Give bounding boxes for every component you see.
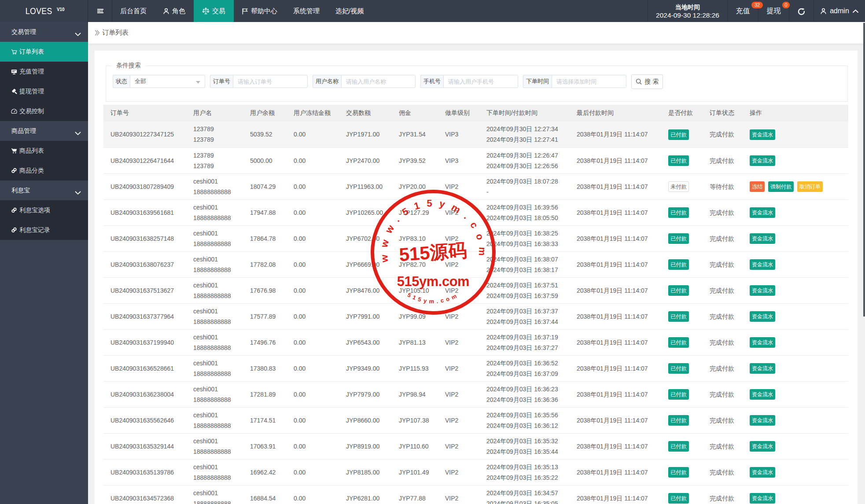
topnav-item-label: 帮助中心 — [251, 7, 277, 15]
withdraw-button[interactable]: 提现 0 — [758, 0, 789, 22]
sidebar-item-商品分类[interactable]: 商品分类 — [0, 161, 88, 180]
order-time: 2024年09月03日 16:34:57 — [486, 488, 570, 498]
cell-status: 完成付款 — [703, 459, 743, 485]
breadcrumb-title: 订单列表 — [102, 29, 129, 37]
cell-user: 123789123789 — [186, 121, 243, 147]
topnav-item-1[interactable]: 后台首页 — [112, 0, 155, 22]
order-no-input[interactable] — [238, 78, 303, 85]
action-button-资金流水[interactable]: 资金流水 — [750, 155, 775, 166]
sidebar-item-利息宝选项[interactable]: 利息宝选项 — [0, 200, 88, 220]
action-button-资金流水[interactable]: 资金流水 — [750, 337, 775, 348]
cell-order-no: UB2409031637513627 — [103, 277, 186, 303]
sidebar-group-label: 利息宝 — [11, 187, 30, 195]
table-row: UB24093012264716441237891237895000.000.0… — [103, 147, 848, 173]
pay-time: 2024年09月03日 16:35:44 — [486, 446, 570, 457]
user-phone: 18888888888 — [193, 239, 243, 249]
paid-badge: 已付款 — [668, 415, 689, 426]
paid-badge: 已付款 — [668, 233, 689, 244]
sidebar-group-3[interactable]: 利息宝 — [0, 180, 88, 200]
recharge-button[interactable]: 充值 32 — [727, 0, 758, 22]
sidebar-item-充值管理[interactable]: 充值管理 — [0, 62, 88, 81]
search-button[interactable]: 搜 索 — [631, 74, 663, 89]
cell-user: ceshi00118888888888 — [186, 433, 243, 459]
sidebar-item-商品列表[interactable]: 商品列表 — [0, 141, 88, 161]
sidebar-item-订单列表[interactable]: 订单列表 — [0, 42, 88, 62]
action-button-资金流水[interactable]: 资金流水 — [750, 311, 775, 322]
cell-paid: 已付款 — [661, 121, 703, 147]
cell-paid: 已付款 — [661, 407, 703, 433]
status-select[interactable]: 全部 — [130, 75, 205, 88]
page-scrollbar[interactable] — [863, 22, 865, 504]
topnav-item-5[interactable]: 系统管理 — [285, 0, 328, 22]
cell-paid: 已付款 — [661, 225, 703, 251]
cart-icon — [11, 48, 17, 55]
user-name: ceshi001 — [193, 306, 243, 316]
cell-balance: 17782.08 — [243, 251, 287, 277]
topnav-item-4[interactable]: 帮助中心 — [234, 0, 285, 22]
menu-fold-icon — [97, 7, 104, 15]
action-button-资金流水[interactable]: 资金流水 — [750, 363, 775, 374]
cell-times: 2024年09月03日 16:38:252024年09月03日 16:38:33 — [479, 225, 570, 251]
cell-commission: JYP99.09 — [392, 303, 438, 329]
action-button-资金流水[interactable]: 资金流水 — [750, 415, 775, 426]
sidebar-group-1[interactable]: 交易管理 — [0, 22, 88, 42]
order-time: 2024年09月03日 16:35:32 — [486, 436, 570, 446]
sidebar-item-提现管理[interactable]: 提现管理 — [0, 81, 88, 101]
cell-frozen: 0.00 — [287, 329, 339, 355]
cell-paid: 未付款 — [661, 173, 703, 199]
topnav-item-2[interactable]: 角色 — [155, 0, 194, 22]
topbar-right: 当地时间 2024-09-30 12:28:26 充值 32 提现 0 admi… — [648, 0, 865, 22]
cell-order-no: UB2409031635139786 — [103, 459, 186, 485]
column-header: 用户余额 — [243, 105, 287, 121]
admin-menu[interactable]: admin — [813, 0, 865, 22]
action-button-资金流水[interactable]: 资金流水 — [750, 285, 775, 296]
cell-balance: 17676.98 — [243, 277, 287, 303]
sidebar-item-利息宝记录[interactable]: 利息宝记录 — [0, 220, 88, 240]
action-button-资金流水[interactable]: 资金流水 — [750, 493, 775, 504]
cell-level: VIP2 — [438, 251, 479, 277]
action-button-资金流水[interactable]: 资金流水 — [750, 441, 775, 452]
action-button-资金流水[interactable]: 资金流水 — [750, 233, 775, 244]
pay-time: 2024年09月03日 16:38:17 — [486, 265, 570, 275]
phone-input[interactable] — [448, 78, 513, 85]
action-button-资金流水[interactable]: 资金流水 — [750, 129, 775, 140]
cell-level: VIP3 — [438, 147, 479, 173]
cell-times: 2024年09月03日 16:37:372024年09月03日 16:37:44 — [479, 303, 570, 329]
scrollbar-thumb[interactable] — [863, 23, 865, 316]
cell-level: VIP2 — [438, 329, 479, 355]
admin-name: admin — [830, 7, 849, 15]
action-button-资金流水[interactable]: 资金流水 — [750, 389, 775, 400]
cell-order-no: UB2409031638257148 — [103, 225, 186, 251]
screen-icon — [11, 69, 17, 75]
cell-level: VIP2 — [438, 225, 479, 251]
action-button-冻结[interactable]: 冻结 — [750, 181, 765, 192]
order-time-input[interactable] — [556, 78, 622, 85]
withdraw-label: 提现 — [767, 7, 781, 16]
user-icon — [163, 8, 169, 15]
pay-time: - — [486, 187, 570, 197]
sidebar-item-label: 利息宝选项 — [19, 206, 50, 214]
cell-level: VIP2 — [438, 303, 479, 329]
sidebar-item-label: 交易控制 — [19, 107, 44, 115]
cell-user: ceshi00118888888888 — [186, 355, 243, 381]
order-time: 2024年09月03日 16:38:25 — [486, 228, 570, 239]
action-button-资金流水[interactable]: 资金流水 — [750, 259, 775, 270]
action-button-取消订单[interactable]: 取消订单 — [797, 181, 823, 192]
user-name: ceshi001 — [193, 332, 243, 342]
action-button-强制付款[interactable]: 强制付款 — [768, 181, 794, 192]
refresh-button[interactable] — [789, 0, 813, 22]
sidebar-toggle-button[interactable] — [88, 0, 112, 22]
cell-actions: 资金流水 — [743, 459, 848, 485]
username-input[interactable] — [346, 78, 411, 85]
action-button-资金流水[interactable]: 资金流水 — [750, 467, 775, 478]
sidebar-group-2[interactable]: 商品管理 — [0, 121, 88, 141]
column-header: 下单时间/付款时间 — [479, 105, 570, 121]
topnav-item-6[interactable]: 选妃/视频 — [328, 0, 372, 22]
column-header: 用户名 — [186, 105, 243, 121]
sidebar-item-交易控制[interactable]: 交易控制 — [0, 101, 88, 121]
cell-balance: 17864.78 — [243, 225, 287, 251]
orders-table-wrap: 订单号用户名用户余额用户冻结金额交易数额佣金做单级别下单时间/付款时间最后付款时… — [103, 105, 849, 504]
user-icon — [820, 8, 827, 15]
topnav-item-3[interactable]: 交易 — [194, 0, 234, 22]
action-button-资金流水[interactable]: 资金流水 — [750, 207, 775, 218]
